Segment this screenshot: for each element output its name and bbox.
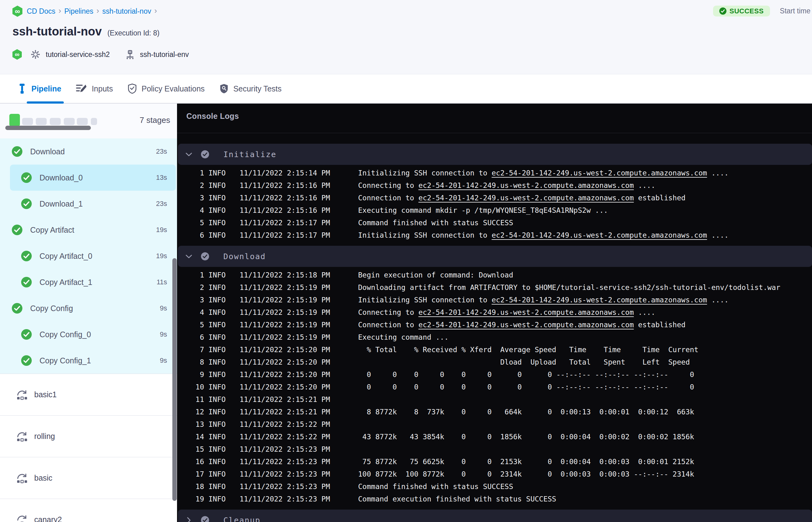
- stage-list: Download23sDownload_013sDownload_123sCop…: [0, 138, 177, 374]
- log-level: INFO: [204, 308, 235, 316]
- stage-item-copy-config-1[interactable]: Copy Config_19s: [0, 347, 177, 374]
- status-area: SUCCESS Start time: [713, 6, 810, 17]
- cd-module-icon: ∞: [13, 49, 22, 60]
- log-message: Initializing SSH connection to ec2-54-20…: [354, 231, 729, 239]
- log-level: INFO: [204, 433, 235, 441]
- environment-name[interactable]: ssh-tutorial-env: [140, 51, 189, 59]
- log-host-link[interactable]: ec2-54-201-142-249.us-west-2.compute.ama…: [419, 308, 634, 316]
- stage-item-copy-artifact-0[interactable]: Copy Artifact_019s: [0, 243, 177, 269]
- log-text: 43 8772k 43 3854k 0 0 1856k 0 0:00:04 0:…: [358, 433, 694, 441]
- log-level: INFO: [204, 296, 235, 304]
- stage-name: rolling: [34, 432, 55, 441]
- log-text: 0 0 0 0 0 0 0 0 --:--:-- --:--:-- --:--:…: [358, 370, 694, 379]
- breadcrumb-link[interactable]: ssh-tutorial-nov: [102, 7, 151, 16]
- tab-inputs[interactable]: Inputs: [76, 74, 113, 103]
- log-text: Connecting to: [358, 308, 419, 316]
- stage-item-copy-config[interactable]: Copy Config9s: [0, 295, 177, 321]
- stage-progress-block: [64, 118, 75, 125]
- log-section-header-download[interactable]: Download: [178, 246, 812, 267]
- stage-item-basic1[interactable]: basic1: [0, 374, 177, 415]
- service-environment-row: ∞ tutorial-service-ssh2: [13, 49, 189, 60]
- stage-name: Copy Artifact_1: [40, 278, 93, 287]
- tab-pipeline[interactable]: Pipeline: [17, 74, 61, 103]
- tab-label: Pipeline: [32, 84, 61, 93]
- stage-item-rolling[interactable]: rolling: [0, 415, 177, 457]
- log-timestamp: 11/11/2022 2:15:23 PM: [235, 458, 354, 466]
- breadcrumb-row: ∞ CD Docs›Pipelines›ssh-tutorial-nov›: [13, 6, 157, 17]
- log-message: 8 8772k 8 737k 0 0 664k 0 0:00:13 0:00:0…: [354, 408, 694, 416]
- log-line: 18INFO11/11/2022 2:15:23 PMCommand finis…: [178, 480, 812, 493]
- log-level: INFO: [204, 458, 235, 466]
- log-section-download: Download1INFO11/11/2022 2:15:18 PMBegin …: [178, 246, 812, 507]
- log-text: 8 8772k 8 737k 0 0 664k 0 0:00:13 0:00:0…: [358, 408, 694, 416]
- stage-duration: 9s: [160, 304, 167, 312]
- log-line-number: 6: [178, 231, 204, 239]
- log-lines: 1INFO11/11/2022 2:15:14 PMInitializing S…: [178, 165, 812, 243]
- stage-item-download-1[interactable]: Download_123s: [0, 191, 177, 217]
- breadcrumb-link[interactable]: Pipelines: [64, 7, 93, 16]
- stage-name: Copy Config_1: [40, 356, 91, 365]
- breadcrumb-link[interactable]: CD Docs: [27, 7, 55, 16]
- log-text: ....: [707, 169, 729, 177]
- stage-duration: 11s: [157, 278, 167, 286]
- stage-item-canary2[interactable]: canary2: [0, 499, 177, 522]
- log-message: 0 0 0 0 0 0 0 0 --:--:-- --:--:-- --:--:…: [354, 370, 694, 379]
- log-timestamp: 11/11/2022 2:15:19 PM: [235, 321, 354, 329]
- log-text: % Total % Received % Xferd Average Speed…: [358, 346, 698, 354]
- log-host-link[interactable]: ec2-54-201-142-249.us-west-2.compute.ama…: [419, 321, 634, 329]
- breadcrumb: CD Docs›Pipelines›ssh-tutorial-nov›: [27, 7, 157, 16]
- log-message: Connecting to ec2-54-201-142-249.us-west…: [354, 181, 655, 189]
- tab-label: Inputs: [92, 84, 113, 93]
- log-message: Connection to ec2-54-201-142-249.us-west…: [354, 194, 685, 202]
- sidebar-scrollbar[interactable]: [172, 258, 177, 501]
- stage-progress-block: [36, 118, 47, 125]
- stage-item-download[interactable]: Download23s: [0, 138, 177, 164]
- log-level: INFO: [204, 181, 235, 189]
- stage-name: Copy Artifact: [30, 225, 74, 235]
- log-timestamp: 11/11/2022 2:15:16 PM: [235, 194, 354, 202]
- log-host-link[interactable]: ec2-54-201-142-249.us-west-2.compute.ama…: [491, 231, 707, 239]
- log-line-number: 7: [178, 346, 204, 354]
- stage-item-basic[interactable]: basic: [0, 457, 177, 499]
- log-host-link[interactable]: ec2-54-201-142-249.us-west-2.compute.ama…: [491, 169, 707, 177]
- tab-policy-evaluations[interactable]: Policy Evaluations: [127, 74, 205, 103]
- log-message: Connecting to ec2-54-201-142-249.us-west…: [354, 308, 655, 316]
- chevron-right-icon: ›: [97, 6, 99, 15]
- collapsed-stage-list: basic1rollingbasiccanary2: [0, 374, 177, 522]
- log-level: INFO: [204, 346, 235, 354]
- stage-item-copy-config-0[interactable]: Copy Config_09s: [0, 321, 177, 347]
- log-line: 1INFO11/11/2022 2:15:14 PMInitializing S…: [178, 167, 812, 179]
- log-message: Command finished with status SUCCESS: [354, 482, 513, 490]
- stage-name: basic1: [34, 390, 57, 399]
- log-timestamp: 11/11/2022 2:15:17 PM: [235, 231, 354, 239]
- stage-strip-scrollbar[interactable]: [5, 126, 91, 130]
- log-level: INFO: [204, 283, 235, 292]
- log-text: Connection to: [358, 194, 419, 202]
- tab-bar: PipelineInputsPolicy EvaluationsSecurity…: [0, 74, 812, 104]
- tab-security-tests[interactable]: Security Tests: [219, 74, 282, 103]
- log-host-link[interactable]: ec2-54-201-142-249.us-west-2.compute.ama…: [419, 194, 634, 202]
- log-timestamp: 11/11/2022 2:15:16 PM: [235, 206, 354, 214]
- log-text: Initializing SSH connection to: [358, 231, 491, 239]
- pipeline-icon: [17, 83, 27, 94]
- log-message: 100 8772k 100 8772k 0 0 2314k 0 0:00:03 …: [354, 470, 694, 478]
- log-section-header-initialize[interactable]: Initialize: [178, 144, 812, 165]
- stage-item-download-0[interactable]: Download_013s: [0, 164, 177, 191]
- log-line-number: 13: [178, 420, 204, 428]
- log-timestamp: 11/11/2022 2:15:20 PM: [235, 383, 354, 391]
- log-host-link[interactable]: ec2-54-201-142-249.us-west-2.compute.ama…: [491, 296, 707, 304]
- log-line: 10INFO11/11/2022 2:15:20 PM 0 0 0 0 0 0 …: [178, 381, 812, 393]
- stage-duration: 9s: [160, 357, 167, 365]
- stage-item-copy-artifact[interactable]: Copy Artifact19s: [0, 217, 177, 243]
- chevron-down-icon: [185, 255, 192, 259]
- log-section-cleanup: Cleanup: [178, 509, 812, 522]
- stage-success-check-icon: [12, 146, 22, 157]
- stage-progress-block: [91, 118, 97, 125]
- log-host-link[interactable]: ec2-54-201-142-249.us-west-2.compute.ama…: [419, 181, 634, 189]
- log-line: 4INFO11/11/2022 2:15:19 PMConnecting to …: [178, 306, 812, 319]
- log-sections: Initialize1INFO11/11/2022 2:15:14 PMInit…: [178, 144, 812, 522]
- log-section-header-cleanup[interactable]: Cleanup: [178, 509, 812, 522]
- service-name[interactable]: tutorial-service-ssh2: [46, 51, 110, 59]
- stage-item-copy-artifact-1[interactable]: Copy Artifact_111s: [0, 269, 177, 295]
- log-line: 11INFO11/11/2022 2:15:21 PM: [178, 393, 812, 406]
